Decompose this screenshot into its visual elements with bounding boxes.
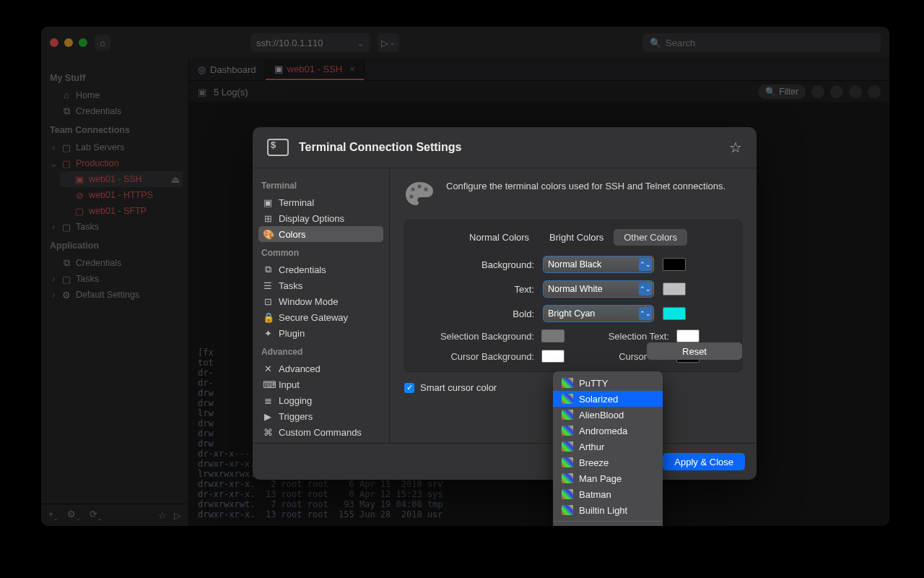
preset-menu-item[interactable]: Solarized: [553, 391, 663, 407]
star-icon[interactable]: ☆: [158, 510, 167, 521]
preset-menu-item[interactable]: Builtin Light: [553, 502, 663, 518]
settings-nav-label: Input: [279, 379, 300, 390]
settings-nav-item[interactable]: ⌨Input: [258, 376, 383, 392]
sidebar-item-label: Production: [76, 158, 119, 168]
sidebar-item[interactable]: ▣web01 - SSH⏏: [60, 171, 183, 187]
settings-nav-item[interactable]: ⊡Window Mode: [258, 293, 383, 309]
settings-nav-label: Plugin: [279, 328, 305, 339]
color-row: Bold: Bright Cyan⌃⌄: [415, 305, 731, 322]
sidebar-item-label: Home: [76, 90, 100, 100]
badge-d[interactable]: [868, 85, 881, 98]
sidebar-item-label: Credentials: [76, 106, 121, 116]
preset-menu-item[interactable]: Breeze: [553, 454, 663, 470]
settings-nav-item[interactable]: ▶Triggers: [258, 408, 383, 424]
color-value: Normal Black: [548, 259, 601, 269]
chevron-icon: ⌄: [50, 158, 57, 169]
tab[interactable]: ▣web01 - SSH×: [266, 59, 365, 80]
favorite-star[interactable]: ☆: [729, 139, 742, 156]
sidebar-toggle[interactable]: ⌂: [95, 35, 110, 51]
sidebar-item[interactable]: ⊘web01 - HTTPS: [60, 187, 183, 203]
color-swatch[interactable]: [663, 282, 686, 296]
sidebar-item[interactable]: ⧉Credentials: [47, 103, 183, 119]
sidebar-item[interactable]: ▢web01 - SFTP: [60, 203, 183, 219]
badge-b[interactable]: [830, 85, 843, 98]
settings-nav-item[interactable]: ⌘Custom Commands: [258, 424, 383, 440]
settings-nav-item[interactable]: ⧉Credentials: [258, 262, 383, 277]
color-tab[interactable]: Bright Colors: [539, 229, 614, 246]
panel-icon[interactable]: ▣: [198, 87, 206, 98]
run-button[interactable]: ▷ ⌄: [378, 33, 399, 52]
sel-text-swatch[interactable]: [676, 329, 699, 342]
color-select[interactable]: Normal White⌃⌄: [543, 280, 654, 298]
color-select[interactable]: Bright Cyan⌃⌄: [543, 305, 654, 322]
sidebar-item-label: web01 - SSH: [89, 174, 142, 184]
folder-icon: ▢: [61, 158, 71, 169]
eject-icon[interactable]: ⏏: [171, 174, 180, 185]
preset-label: Andromeda: [579, 426, 627, 436]
sidebar-item[interactable]: ⌂Home: [47, 87, 183, 103]
lock-icon: 🔒: [263, 312, 273, 323]
settings-nav-item[interactable]: ▣Terminal: [258, 194, 383, 210]
sidebar-item[interactable]: ›▢Lab Servers: [47, 139, 183, 155]
search-field[interactable]: 🔍 Search: [642, 33, 881, 52]
preset-menu-item[interactable]: AlienBlood: [553, 407, 663, 423]
preset-menu-item[interactable]: Arthur: [553, 439, 663, 454]
color-swatch[interactable]: [663, 258, 686, 271]
play-icon[interactable]: ▷: [174, 510, 181, 521]
minimize-window[interactable]: [64, 38, 73, 47]
badge-c[interactable]: [849, 85, 862, 98]
log-count: 5 Log(s): [214, 87, 248, 98]
settings-nav-item[interactable]: ⊞Display Options: [258, 210, 383, 226]
settings-nav-item[interactable]: 🎨Colors: [258, 226, 383, 242]
close-tab-icon[interactable]: ×: [349, 64, 355, 74]
color-select[interactable]: Normal Black⌃⌄: [543, 256, 654, 273]
address-bar[interactable]: ssh://10.0.1.110 ⌄: [250, 33, 370, 52]
preset-menu-item[interactable]: Batman: [553, 486, 663, 502]
preset-menu-item[interactable]: Man Page: [553, 470, 663, 486]
preset-swatch-icon: [562, 378, 573, 388]
settings-nav-label: Colors: [279, 229, 306, 240]
color-label: Background:: [415, 259, 534, 270]
sel-bg-swatch[interactable]: [541, 329, 565, 342]
settings-nav-label: Credentials: [279, 264, 326, 275]
preset-menu-item[interactable]: Andromeda: [553, 423, 663, 439]
refresh-icon[interactable]: ⟳⌄: [90, 509, 103, 522]
settings-nav-item[interactable]: ✕Advanced: [258, 361, 383, 376]
sel-text-label: Selection Text:: [586, 331, 669, 342]
key-icon: ⧉: [263, 264, 273, 275]
filter-field[interactable]: 🔍Filter: [758, 85, 806, 99]
reset-button[interactable]: Reset: [647, 342, 742, 360]
sidebar-item[interactable]: ›▢Tasks: [47, 271, 183, 287]
gear-icon[interactable]: ⚙⌄: [67, 509, 81, 522]
sidebar-item[interactable]: ⌄▢Production: [47, 155, 183, 171]
color-tab[interactable]: Normal Colors: [459, 229, 539, 246]
cur-bg-swatch[interactable]: [541, 350, 565, 363]
preset-menu-item[interactable]: PuTTY: [553, 375, 663, 391]
sub-toolbar: ▣ 5 Log(s) 🔍Filter: [189, 81, 889, 103]
preset-swatch-icon: [562, 441, 573, 452]
home-icon: ⌂: [61, 90, 71, 100]
preset-menu-item[interactable]: Import…: [553, 525, 663, 526]
zoom-window[interactable]: [79, 38, 87, 47]
color-tab[interactable]: Other Colors: [614, 229, 687, 246]
settings-nav-item[interactable]: ≣Logging: [258, 392, 383, 408]
term-icon: ▣: [263, 197, 273, 208]
settings-nav-label: Advanced: [279, 363, 321, 374]
settings-nav-label: Triggers: [279, 411, 313, 422]
settings-nav-item[interactable]: ✦Plugin: [258, 325, 383, 341]
caret-icon: ⌃⌄: [639, 258, 652, 271]
sidebar-item[interactable]: ›⚙Default Settings: [47, 287, 183, 303]
color-label: Bold:: [415, 309, 534, 319]
color-swatch[interactable]: [663, 307, 686, 320]
add-icon[interactable]: +⌄: [48, 509, 58, 522]
tab[interactable]: ◎Dashboard: [189, 59, 266, 80]
settings-nav-item[interactable]: 🔒Secure Gateway: [258, 309, 383, 325]
sidebar-item[interactable]: ›▢Tasks: [47, 219, 183, 235]
sidebar-item-label: Credentials: [76, 258, 121, 268]
sidebar-item[interactable]: ⧉Credentials: [47, 255, 183, 271]
badge-a[interactable]: [811, 85, 824, 98]
settings-nav-group: Common: [261, 248, 380, 258]
settings-nav-item[interactable]: ☰Tasks: [258, 277, 383, 293]
apply-close-button[interactable]: Apply & Close: [663, 453, 745, 470]
close-window[interactable]: [50, 38, 58, 47]
